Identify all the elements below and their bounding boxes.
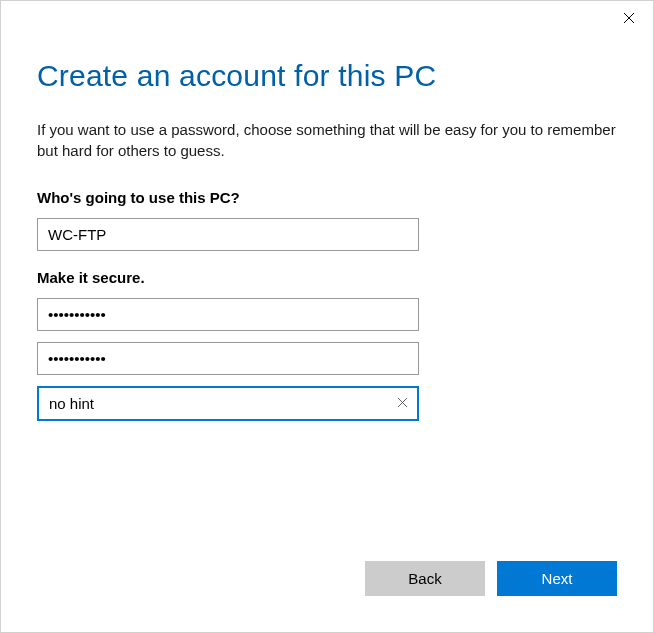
create-account-window: Create an account for this PC If you wan…	[0, 0, 654, 633]
next-button[interactable]: Next	[497, 561, 617, 596]
secure-section-label: Make it secure.	[37, 269, 617, 286]
footer-buttons: Back Next	[365, 561, 617, 596]
password-hint-input[interactable]	[37, 386, 419, 421]
who-section-label: Who's going to use this PC?	[37, 189, 617, 206]
close-icon	[623, 10, 635, 28]
confirm-password-input[interactable]	[37, 342, 419, 375]
password-input[interactable]	[37, 298, 419, 331]
clear-icon	[397, 396, 408, 411]
clear-hint-button[interactable]	[389, 391, 415, 417]
hint-field-wrap	[37, 386, 419, 421]
page-title: Create an account for this PC	[37, 59, 617, 93]
username-input[interactable]	[37, 218, 419, 251]
back-button[interactable]: Back	[365, 561, 485, 596]
close-button[interactable]	[617, 7, 641, 31]
content-area: Create an account for this PC If you wan…	[1, 1, 653, 421]
page-subtitle: If you want to use a password, choose so…	[37, 119, 617, 161]
